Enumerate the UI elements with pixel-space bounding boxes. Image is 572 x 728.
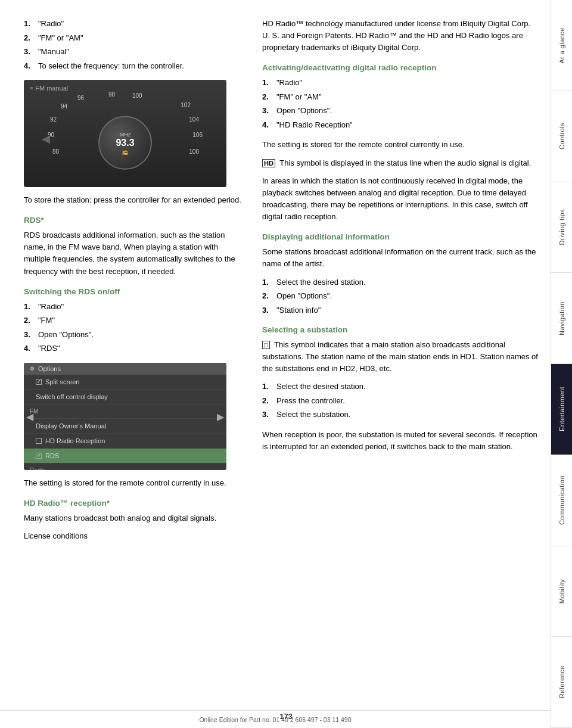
left-column: 1."Radio" 2."FM" or "AM" 3."Manual" 4.To… bbox=[24, 18, 244, 704]
footer-text: Online Edition for Part no. 01 40 2 606 … bbox=[199, 716, 351, 723]
displaying-steps-list: 1.Select the desired station. 2.Open "Op… bbox=[262, 276, 539, 316]
substation-symbol-note: □ This symbol indicates that a main stat… bbox=[262, 339, 539, 375]
activating-heading: Activating/deactivating digital radio re… bbox=[262, 63, 539, 72]
list-item: 1."Radio" bbox=[24, 301, 244, 313]
rds-body: RDS broadcasts additional information, s… bbox=[24, 229, 244, 278]
intro-steps-list: 1."Radio" 2."FM" or "AM" 3."Manual" 4.To… bbox=[24, 18, 244, 71]
page-number: 173 bbox=[279, 712, 293, 721]
sidebar-item-mobility[interactable]: Mobility bbox=[551, 546, 572, 637]
options-header: ⚙ Options bbox=[24, 363, 226, 375]
activating-note: The setting is stored for the remote con… bbox=[262, 139, 539, 151]
hd-license-body: HD Radio™ technology manufactured under … bbox=[262, 18, 539, 54]
options-radio-section: Radio bbox=[24, 463, 226, 470]
list-item: 2."FM" bbox=[24, 315, 244, 326]
sidebar-item-driving-tips[interactable]: Driving tips bbox=[551, 182, 572, 273]
list-item: 1."Radio" bbox=[24, 18, 244, 30]
fm-manual-screenshot: ≡ FM manual 88 90 92 94 96 98 100 bbox=[24, 80, 226, 187]
rds-setting-note: The setting is stored for the remote con… bbox=[24, 477, 244, 489]
options-fm-section: FM bbox=[24, 405, 226, 419]
sidebar-item-controls[interactable]: Controls bbox=[551, 91, 572, 182]
hd-symbol-icon: HD bbox=[262, 159, 275, 167]
list-item: 1."Radio" bbox=[262, 77, 539, 89]
list-item: 1.Select the desired station. bbox=[262, 276, 539, 288]
left-arrow-icon: ◀ bbox=[42, 132, 50, 145]
list-item: 3."Station info" bbox=[262, 304, 539, 316]
sidebar: At a glance Controls Driving tips Naviga… bbox=[551, 0, 572, 728]
switching-heading: Switching the RDS on/off bbox=[24, 287, 244, 296]
checkbox-icon bbox=[36, 438, 42, 444]
list-item: 4.To select the frequency: turn the cont… bbox=[24, 60, 244, 72]
substation-steps-list: 1.Select the desired station. 2.Press th… bbox=[262, 381, 539, 421]
sidebar-item-communication[interactable]: Communication bbox=[551, 455, 572, 546]
options-split-screen: Split screen bbox=[24, 375, 226, 390]
options-hd-radio: HD Radio Reception bbox=[24, 434, 226, 449]
sidebar-item-at-a-glance[interactable]: At a glance bbox=[551, 0, 572, 91]
analog-note: In areas in which the station is not con… bbox=[262, 175, 539, 223]
options-switch-off: Switch off control display bbox=[24, 390, 226, 405]
license-label: License conditions bbox=[24, 530, 244, 542]
list-item: 2."FM" or "AM" bbox=[262, 91, 539, 103]
options-rds: RDS bbox=[24, 449, 226, 463]
options-screenshot: ◀ ▶ ⚙ Options Split screen Switch off co… bbox=[24, 363, 226, 470]
options-nav-right-icon: ▶ bbox=[214, 410, 226, 422]
list-item: 3.Select the substation. bbox=[262, 409, 539, 421]
substation-heading: Selecting a substation bbox=[262, 325, 539, 334]
sidebar-item-navigation[interactable]: Navigation bbox=[551, 273, 572, 364]
sidebar-item-entertainment[interactable]: Entertainment bbox=[551, 364, 572, 455]
right-column: HD Radio™ technology manufactured under … bbox=[262, 18, 539, 704]
list-item: 3.Open "Options". bbox=[262, 105, 539, 117]
displaying-heading: Displaying additional information bbox=[262, 232, 539, 241]
rds-heading: RDS* bbox=[24, 216, 244, 225]
list-item: 1.Select the desired station. bbox=[262, 381, 539, 393]
hd-reception-heading: HD Radio™ reception* bbox=[24, 499, 244, 508]
activating-steps-list: 1."Radio" 2."FM" or "AM" 3.Open "Options… bbox=[262, 77, 539, 130]
list-item: 2.Open "Options". bbox=[262, 290, 539, 302]
checkbox-icon bbox=[36, 453, 42, 459]
displaying-body: Some stations broadcast additional infor… bbox=[262, 246, 539, 270]
poor-reception-note: When reception is poor, the substation i… bbox=[262, 429, 539, 453]
options-display-manual: Display Owner's Manual bbox=[24, 419, 226, 434]
switching-steps-list: 1."Radio" 2."FM" 3.Open "Options". 4."RD… bbox=[24, 301, 244, 354]
hd-body: Many stations broadcast both analog and … bbox=[24, 512, 244, 524]
list-item: 3.Open "Options". bbox=[24, 329, 244, 341]
hd-symbol-note: HD This symbol is displayed in the statu… bbox=[262, 157, 539, 169]
list-item: 4."HD Radio Reception" bbox=[262, 119, 539, 131]
list-item: 2.Press the controller. bbox=[262, 395, 539, 407]
list-item: 2."FM" or "AM" bbox=[24, 32, 244, 44]
options-nav-left-icon: ◀ bbox=[24, 410, 36, 422]
store-note: To store the station: press the controll… bbox=[24, 194, 244, 206]
sidebar-item-reference[interactable]: Reference bbox=[551, 637, 572, 728]
footer-bar: Online Edition for Part no. 01 40 2 606 … bbox=[0, 710, 551, 728]
list-item: 4."RDS" bbox=[24, 343, 244, 354]
fm-dial: MHz 93.3 📻 bbox=[98, 116, 152, 170]
checkbox-icon bbox=[36, 379, 42, 385]
list-item: 3."Manual" bbox=[24, 46, 244, 58]
station-symbol-icon: □ bbox=[262, 341, 270, 349]
